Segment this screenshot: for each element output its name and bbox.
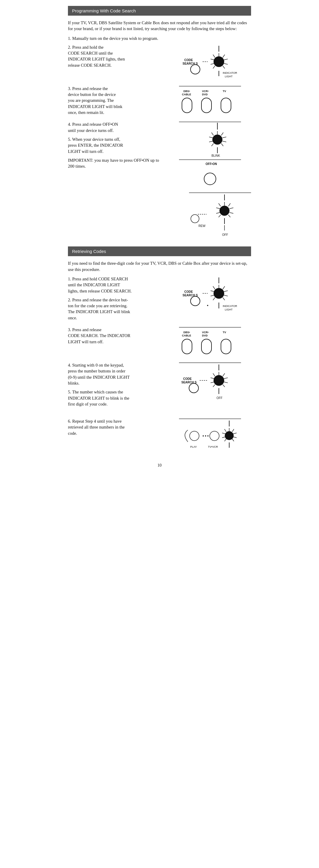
svg-line-70 [211, 295, 214, 296]
svg-point-101 [213, 375, 224, 386]
svg-point-112 [207, 435, 208, 436]
svg-text:OFF: OFF [216, 396, 223, 400]
svg-line-53 [219, 203, 221, 206]
svg-line-52 [228, 215, 230, 217]
svg-text:DVD: DVD [202, 334, 208, 337]
svg-text:CABLE: CABLE [182, 334, 191, 337]
svg-point-110 [203, 435, 204, 436]
svg-line-71 [213, 298, 215, 300]
svg-text:SEARCH S: SEARCH S [181, 381, 197, 384]
diag-s2-device-buttons: DBS• CABLE VCR• DVD TV [179, 327, 241, 359]
svg-text:SEARCH S: SEARCH S [182, 62, 198, 65]
s2-step1-text: 1. Press and hold CODE SEARCH until the … [68, 276, 166, 294]
diag-blink: BLINK OFF•ON [179, 121, 241, 168]
svg-line-2 [223, 55, 225, 58]
diag-s2-code-search: CODE SEARCH S INDICATOR LIGHT [179, 276, 241, 317]
svg-line-119 [232, 439, 234, 441]
svg-text:DBS•: DBS• [183, 331, 190, 334]
svg-text:OFF: OFF [222, 233, 228, 237]
step3-text: 3. Press and release the device button f… [68, 86, 166, 115]
svg-point-80 [207, 305, 208, 306]
svg-text:PLAY: PLAY [190, 445, 197, 448]
svg-rect-84 [182, 339, 192, 354]
svg-line-49 [228, 203, 230, 206]
svg-rect-89 [221, 339, 231, 354]
svg-line-100 [213, 384, 215, 387]
svg-line-6 [213, 55, 215, 58]
svg-text:DVD: DVD [202, 93, 208, 96]
svg-text:INDICATOR: INDICATOR [223, 305, 237, 308]
s2-step5-text: 5. The number which causes the INDICATOR… [68, 389, 166, 407]
s2-step4-text: 4. Starting with 0 on the keypad, press … [68, 362, 166, 386]
svg-point-43 [204, 173, 216, 185]
svg-line-31 [223, 137, 226, 138]
step4-text: 4. Press and release OFF•ON until your d… [68, 121, 166, 133]
svg-line-123 [225, 439, 226, 441]
svg-line-65 [224, 291, 228, 291]
svg-text:TV: TV [223, 331, 226, 334]
svg-text:CODE: CODE [183, 377, 192, 380]
svg-line-9 [213, 66, 215, 68]
svg-rect-21 [182, 98, 192, 113]
svg-line-30 [221, 132, 223, 135]
section1-title: Programming With Code Search [68, 6, 251, 16]
svg-line-116 [232, 429, 234, 432]
svg-line-5 [223, 66, 225, 68]
svg-line-68 [213, 286, 215, 289]
svg-line-117 [233, 433, 237, 434]
svg-line-120 [225, 429, 226, 432]
svg-text:OFF•ON: OFF•ON [206, 162, 217, 165]
svg-line-69 [211, 291, 214, 291]
svg-line-97 [213, 373, 215, 376]
svg-line-36 [209, 141, 213, 142]
svg-line-37 [211, 144, 213, 146]
svg-text:REW: REW [199, 224, 206, 227]
svg-text:VCR•: VCR• [202, 90, 208, 93]
step2-text: 2. Press and hold the CODE SEARCH until … [68, 44, 166, 68]
svg-line-8 [211, 63, 214, 64]
diag-device-buttons: DBS• CABLE VCR• DVD TV [179, 86, 241, 118]
svg-point-113 [210, 431, 219, 441]
svg-point-72 [213, 288, 224, 299]
diag-s2-play-tvvcr: PLAY TV•VCR [179, 418, 241, 454]
svg-text:DBS•: DBS• [183, 90, 190, 93]
svg-text:SEARCH S: SEARCH S [182, 294, 198, 297]
step5-text: 5. When your device turns off, press ENT… [68, 136, 166, 154]
svg-line-33 [221, 144, 223, 146]
svg-point-38 [212, 134, 223, 145]
svg-point-124 [225, 431, 234, 440]
svg-point-109 [190, 431, 199, 441]
svg-line-121 [222, 433, 226, 434]
svg-text:VCR•: VCR• [202, 331, 208, 334]
svg-line-66 [224, 295, 228, 296]
svg-point-111 [205, 435, 206, 436]
section1-intro: If your TV, VCR, DBS Satellite System or… [68, 20, 251, 32]
svg-text:BLINK: BLINK [211, 154, 220, 157]
svg-line-35 [209, 137, 213, 138]
svg-text:CODE: CODE [184, 290, 193, 293]
svg-text:CODE: CODE [184, 58, 193, 62]
svg-point-10 [213, 56, 224, 67]
s2-step6-text: 6. Repeat Step 4 until you have retrieve… [68, 418, 166, 436]
svg-point-104 [189, 383, 199, 393]
svg-line-98 [211, 378, 214, 379]
svg-line-96 [223, 384, 225, 387]
svg-line-51 [230, 213, 233, 213]
svg-rect-87 [201, 339, 211, 354]
svg-line-93 [223, 373, 225, 376]
svg-line-67 [223, 298, 225, 300]
svg-line-55 [216, 213, 220, 213]
section2: Retrieving Codes If you need to find the… [68, 246, 251, 454]
svg-line-4 [224, 63, 228, 64]
svg-text:LIGHT: LIGHT [225, 75, 233, 78]
step1: 1. Manually turn on the device you wish … [68, 35, 251, 41]
svg-text:TV: TV [223, 90, 226, 93]
svg-line-7 [211, 59, 214, 60]
diag-rew-off: REW OFF [189, 192, 251, 239]
svg-line-50 [230, 208, 233, 209]
page-number: 10 [68, 463, 251, 468]
svg-text:LIGHT: LIGHT [225, 308, 233, 311]
section1: Programming With Code Search If your TV,… [68, 6, 251, 239]
svg-point-75 [191, 296, 200, 306]
svg-rect-24 [201, 98, 211, 113]
